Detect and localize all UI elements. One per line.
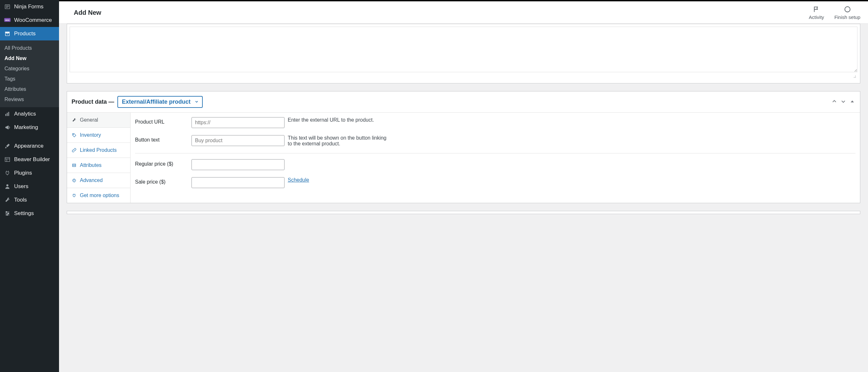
- svg-point-15: [6, 184, 8, 186]
- circle-icon: [844, 5, 851, 13]
- sidebar-item-tools[interactable]: Tools: [0, 193, 59, 207]
- list-icon: [71, 163, 77, 168]
- sidebar-submenu-products: All Products Add New Categories Tags Att…: [0, 40, 59, 107]
- sale-price-input[interactable]: [191, 177, 284, 188]
- finish-setup-button[interactable]: Finish setup: [834, 5, 860, 20]
- form-icon: [4, 3, 11, 10]
- sidebar-item-label: Appearance: [14, 143, 43, 149]
- product-type-value: External/Affiliate product: [122, 98, 190, 105]
- svg-text:woo: woo: [5, 19, 9, 21]
- admin-sidebar: Ninja Forms woo WooCommerce Products All…: [0, 0, 59, 222]
- move-down-icon[interactable]: [840, 98, 846, 106]
- megaphone-icon: [4, 124, 11, 131]
- product-url-input[interactable]: [191, 117, 284, 128]
- button-text-help: This text will be shown on the button li…: [288, 135, 387, 147]
- sidebar-item-label: Users: [14, 183, 28, 190]
- sidebar-item-analytics[interactable]: Analytics: [0, 107, 59, 121]
- move-up-icon[interactable]: [831, 98, 838, 106]
- svg-rect-9: [5, 114, 6, 116]
- svg-rect-10: [7, 113, 8, 116]
- next-panel-top-edge: [67, 211, 860, 214]
- resize-handle-icon[interactable]: [70, 74, 858, 79]
- sidebar-item-label: Beaver Builder: [14, 156, 50, 163]
- brush-icon: [4, 143, 11, 149]
- sidebar-item-plugins[interactable]: Plugins: [0, 166, 59, 180]
- plug-icon: [4, 169, 11, 176]
- tab-get-more-options[interactable]: Get more options: [67, 188, 130, 203]
- activity-button[interactable]: Activity: [809, 5, 825, 20]
- tab-label: General: [80, 117, 98, 123]
- sidebar-item-label: Tools: [14, 197, 27, 203]
- sidebar-subitem-tags[interactable]: Tags: [0, 74, 59, 84]
- sidebar-subitem-reviews[interactable]: Reviews: [0, 94, 59, 105]
- sidebar-item-label: Marketing: [14, 124, 38, 131]
- woo-icon: woo: [4, 17, 11, 24]
- description-textarea[interactable]: [70, 27, 858, 72]
- panel-controls: [831, 98, 856, 106]
- chevron-down-icon: [194, 98, 199, 105]
- svg-point-23: [855, 76, 856, 77]
- svg-rect-6: [5, 32, 10, 33]
- layout-icon: [4, 156, 11, 163]
- sidebar-item-label: Settings: [14, 210, 34, 217]
- tab-label: Advanced: [80, 177, 103, 183]
- svg-point-25: [854, 77, 855, 78]
- sidebar-subitem-categories[interactable]: Categories: [0, 63, 59, 74]
- sale-price-label: Sale price ($): [135, 177, 191, 185]
- tab-attributes[interactable]: Attributes: [67, 158, 130, 173]
- archive-icon: [4, 30, 11, 37]
- svg-point-21: [7, 214, 8, 216]
- sidebar-item-label: Products: [14, 30, 36, 37]
- tab-advanced[interactable]: Advanced: [67, 173, 130, 188]
- page-title: Add New: [74, 9, 101, 17]
- sidebar-subitem-attributes[interactable]: Attributes: [0, 84, 59, 94]
- topbar: Add New Activity Finish setup: [59, 1, 868, 24]
- tab-inventory[interactable]: Inventory: [67, 128, 130, 143]
- sidebar-item-ninja-forms[interactable]: Ninja Forms: [0, 0, 59, 13]
- sidebar-item-beaver-builder[interactable]: Beaver Builder: [0, 153, 59, 166]
- button-text-input[interactable]: [191, 135, 284, 146]
- tab-linked-products[interactable]: Linked Products: [67, 143, 130, 158]
- description-editor-box: [67, 24, 860, 83]
- sidebar-item-label: Plugins: [14, 170, 32, 176]
- svg-marker-26: [851, 101, 854, 103]
- product-type-select[interactable]: External/Affiliate product: [117, 96, 203, 108]
- product-data-header: Product data — External/Affiliate produc…: [67, 91, 860, 113]
- regular-price-input[interactable]: [191, 159, 284, 170]
- sidebar-item-users[interactable]: Users: [0, 180, 59, 193]
- product-url-help: Enter the external URL to the product.: [288, 117, 374, 123]
- toggle-panel-icon[interactable]: [849, 98, 856, 106]
- tab-label: Attributes: [80, 163, 102, 168]
- tab-label: Linked Products: [80, 147, 117, 153]
- product-data-form: Product URL Enter the external URL to th…: [130, 113, 860, 203]
- sidebar-item-marketing[interactable]: Marketing: [0, 121, 59, 134]
- sidebar-subitem-all-products[interactable]: All Products: [0, 43, 59, 53]
- sidebar-item-woocommerce[interactable]: woo WooCommerce: [0, 13, 59, 27]
- tab-general[interactable]: General: [67, 113, 130, 128]
- sidebar-item-label: Ninja Forms: [14, 3, 43, 10]
- button-text-label: Button text: [135, 135, 191, 143]
- svg-rect-11: [8, 112, 9, 116]
- sidebar-subitem-add-new[interactable]: Add New: [0, 53, 59, 63]
- plug-icon: [71, 193, 77, 198]
- svg-rect-12: [5, 158, 10, 162]
- svg-point-20: [8, 213, 9, 214]
- sidebar-item-settings[interactable]: Settings: [0, 207, 59, 220]
- finish-setup-label: Finish setup: [834, 15, 860, 20]
- sidebar-item-appearance[interactable]: Appearance: [0, 139, 59, 153]
- wrench-icon: [4, 196, 11, 203]
- product-data-tabs: General Inventory Linked Products Attrib…: [67, 113, 130, 203]
- sidebar-item-products[interactable]: Products: [0, 27, 59, 40]
- schedule-link[interactable]: Schedule: [288, 177, 309, 183]
- link-icon: [71, 148, 77, 153]
- product-url-label: Product URL: [135, 117, 191, 125]
- regular-price-label: Regular price ($): [135, 159, 191, 167]
- svg-point-19: [6, 211, 7, 212]
- sidebar-item-label: WooCommerce: [14, 17, 52, 23]
- svg-point-27: [73, 134, 74, 135]
- tag-icon: [71, 133, 77, 138]
- product-data-panel: Product data — External/Affiliate produc…: [67, 91, 860, 203]
- flag-icon: [813, 5, 820, 13]
- sidebar-item-label: Analytics: [14, 111, 36, 117]
- bars-icon: [4, 110, 11, 117]
